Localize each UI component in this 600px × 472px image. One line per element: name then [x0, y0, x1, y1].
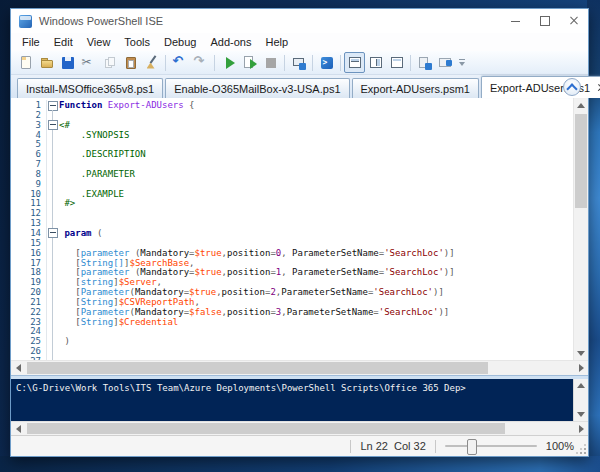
scroll-track[interactable] — [574, 112, 588, 346]
code-line-26[interactable]: 26 — [11, 346, 573, 356]
menu-add-ons[interactable]: Add-ons — [203, 33, 258, 51]
scroll-track[interactable] — [25, 361, 574, 375]
scroll-down-arrow[interactable] — [574, 346, 588, 360]
toolbar-row — [11, 51, 588, 75]
fold-guide — [46, 208, 59, 218]
clear-console-button[interactable] — [141, 52, 162, 73]
scroll-up-arrow[interactable] — [574, 379, 588, 392]
code-line-19[interactable]: 19 [string]$Server, — [11, 277, 573, 287]
code-line-18[interactable]: 18 [parameter (Mandatory=$true,position=… — [11, 267, 573, 277]
code-line-13[interactable]: 13 — [11, 218, 573, 228]
code-line-4[interactable]: 4 .SYNOPSIS — [11, 130, 573, 140]
fold-collapse-icon[interactable] — [46, 100, 59, 110]
resize-grip[interactable] — [584, 452, 586, 454]
code-line-9[interactable]: 9 — [11, 179, 573, 189]
fold-collapse-icon[interactable] — [46, 228, 59, 238]
scroll-right-arrow[interactable] — [574, 361, 588, 375]
code-line-14[interactable]: 14 param ( — [11, 228, 573, 238]
code-line-5[interactable]: 5 — [11, 139, 573, 149]
menu-edit[interactable]: Edit — [47, 33, 80, 51]
scroll-right-arrow[interactable] — [574, 422, 588, 435]
code-line-10[interactable]: 10 .EXAMPLE — [11, 189, 573, 199]
stop-operation-button[interactable] — [260, 52, 281, 73]
scroll-thumb[interactable] — [27, 362, 488, 374]
toolbar-overflow-icon[interactable] — [458, 58, 466, 68]
fold-guide — [46, 198, 59, 208]
run-script-button[interactable] — [218, 52, 239, 73]
menu-debug[interactable]: Debug — [157, 33, 203, 51]
fold-line — [52, 149, 53, 159]
show-script-pane-top-button[interactable] — [344, 52, 365, 73]
console-horizontal-scrollbar[interactable] — [11, 421, 588, 435]
menu-view[interactable]: View — [80, 33, 118, 51]
toolbar-separator — [214, 55, 215, 71]
zoom-slider[interactable] — [445, 439, 537, 453]
scroll-up-arrow[interactable] — [574, 98, 588, 112]
menu-help[interactable]: Help — [258, 33, 295, 51]
code-line-11[interactable]: 11 #> — [11, 198, 573, 208]
tab-install-msoffice365v8-ps1[interactable]: Install-MSOffice365v8.ps1 — [17, 78, 163, 98]
menu-file[interactable]: File — [15, 33, 47, 51]
editor-vertical-scrollbar[interactable] — [573, 98, 588, 360]
code-line-7[interactable]: 7 — [11, 159, 573, 169]
open-script-button[interactable] — [36, 52, 57, 73]
code-line-2[interactable]: 2 — [11, 110, 573, 120]
code-text — [59, 110, 573, 120]
code-line-17[interactable]: 17 [String[]]$SearchBase, — [11, 258, 573, 268]
redo-button[interactable] — [190, 52, 211, 73]
undo-button[interactable] — [169, 52, 190, 73]
code-line-23[interactable]: 23 [String]$Credential — [11, 317, 573, 327]
code-line-21[interactable]: 21 [String]$CSVReportPath, — [11, 297, 573, 307]
console-vertical-scrollbar[interactable] — [573, 379, 588, 421]
code-line-25[interactable]: 25 ) — [11, 336, 573, 346]
script-editor[interactable]: 1Function Export-ADUsers {23<#4 .SYNOPSI… — [11, 98, 588, 360]
scroll-thumb[interactable] — [575, 114, 587, 208]
new-script-button[interactable] — [15, 52, 36, 73]
console-prompt[interactable]: C:\G-Drive\Work Tools\ITS Team\Azure Dep… — [11, 379, 588, 397]
console-pane[interactable]: C:\G-Drive\Work Tools\ITS Team\Azure Dep… — [11, 379, 588, 421]
tab-export-adusers-ps1[interactable]: Export-ADUsers.ps1 — [481, 76, 600, 98]
code-line-22[interactable]: 22 [Parameter(Mandatory=$false,position=… — [11, 307, 573, 317]
maximize-button[interactable] — [530, 9, 559, 33]
script-pane-collapse-button[interactable] — [563, 78, 581, 96]
show-script-pane-maximized-button[interactable] — [386, 52, 407, 73]
code-line-8[interactable]: 8 .PARAMETER — [11, 169, 573, 179]
paste-button[interactable] — [120, 52, 141, 73]
code-line-3[interactable]: 3<# — [11, 120, 573, 130]
fold-collapse-icon[interactable] — [46, 120, 59, 130]
token-va: $true — [189, 287, 216, 297]
new-powershell-tab-button[interactable] — [414, 52, 435, 73]
new-remote-powershell-tab-button[interactable] — [288, 52, 309, 73]
editor-horizontal-scrollbar[interactable] — [11, 360, 588, 375]
code-line-6[interactable]: 6 .DESCRIPTION — [11, 149, 573, 159]
tab-export-adusers-psm1[interactable]: Export-ADUsers.psm1 — [352, 78, 479, 98]
scroll-left-arrow[interactable] — [11, 422, 25, 435]
minimize-button[interactable] — [501, 9, 530, 33]
save-button[interactable] — [57, 52, 78, 73]
cut-button[interactable] — [78, 52, 99, 73]
token-tx: Mandatory — [140, 248, 189, 258]
code-line-1[interactable]: 1Function Export-ADUsers { — [11, 100, 573, 110]
zoom-slider-track[interactable] — [445, 445, 537, 447]
menu-tools[interactable]: Tools — [117, 33, 157, 51]
fold-line — [52, 198, 53, 208]
new-powershell-pane-button[interactable] — [435, 52, 456, 73]
copy-button[interactable] — [99, 52, 120, 73]
scroll-left-arrow[interactable] — [11, 361, 25, 375]
close-button[interactable] — [559, 9, 588, 33]
tab-enable-o365mailbox-v3-usa-ps1[interactable]: Enable-O365MailBox-v3-USA.ps1 — [165, 78, 349, 98]
run-selection-button[interactable] — [239, 52, 260, 73]
show-script-pane-right-button[interactable] — [365, 52, 386, 73]
code-area[interactable]: 1Function Export-ADUsers {23<#4 .SYNOPSI… — [11, 98, 573, 360]
scroll-down-arrow[interactable] — [574, 408, 588, 421]
code-line-24[interactable]: 24 — [11, 326, 573, 336]
code-line-12[interactable]: 12 — [11, 208, 573, 218]
code-text: .DESCRIPTION — [59, 149, 573, 159]
code-line-15[interactable]: 15 — [11, 238, 573, 248]
zoom-slider-thumb[interactable] — [467, 439, 477, 455]
scroll-thumb[interactable] — [27, 423, 505, 434]
scroll-track[interactable] — [25, 422, 574, 435]
code-line-16[interactable]: 16 [parameter (Mandatory=$true,position=… — [11, 248, 573, 258]
code-line-20[interactable]: 20 [Parameter(Mandatory=$true,position=2… — [11, 287, 573, 297]
start-powershell-button[interactable] — [316, 52, 337, 73]
